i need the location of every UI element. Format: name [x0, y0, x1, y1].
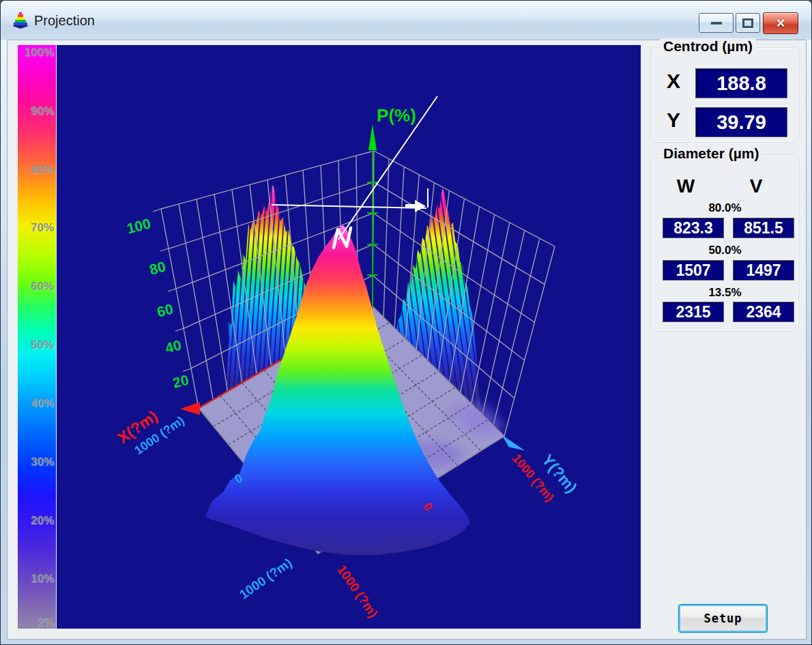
diameter-50-w: 1507	[663, 260, 724, 281]
title-bar[interactable]: Projection ✕	[1, 1, 811, 40]
p-axis-arrow-icon	[368, 124, 377, 150]
colorbar-label: 50%	[18, 339, 54, 352]
colorbar-label: 70%	[18, 221, 54, 235]
centroid-x-label: X	[667, 70, 680, 93]
diameter-level-13: 13.5%	[652, 286, 798, 300]
colorbar-label: 40%	[18, 397, 54, 410]
intensity-colorbar: 100% 90% 80% 70% 60% 50% 40% 30% 20% 10%…	[18, 45, 56, 629]
diameter-w-header: W	[665, 175, 706, 197]
centroid-y-value: 39.79	[695, 107, 787, 137]
y-axis-arrow-icon	[502, 435, 525, 450]
app-window: Projection ✕ 100% 90% 80% 70% 60% 50% 40…	[0, 0, 812, 645]
p-tick-60: 60	[156, 301, 175, 320]
diameter-80-v: 851.5	[733, 218, 794, 238]
colorbar-label: 30%	[18, 455, 54, 469]
projection-3d-plot[interactable]: P(%) 100 80 60 40 20 X(?m) 1000 (?m) 0 1…	[61, 45, 641, 629]
maximize-icon	[742, 18, 753, 28]
centroid-y-label: Y	[667, 109, 680, 132]
diameter-level-50: 50.0%	[652, 244, 798, 257]
app-icon	[12, 12, 29, 29]
diameter-panel: Diameter (µm) W V 80.0% 823.3 851.5 50.0…	[651, 154, 799, 332]
colorbar-label: 2%	[18, 616, 54, 629]
cursor-arrow-icon[interactable]	[405, 200, 426, 212]
setup-button[interactable]: Setup	[678, 604, 768, 633]
colorbar-label: 10%	[18, 572, 54, 586]
p-tick-100: 100	[125, 216, 152, 237]
p-tick-80: 80	[148, 259, 167, 278]
p-tick-20: 20	[171, 372, 190, 391]
x-axis-arrow-icon	[180, 402, 200, 415]
close-icon: ✕	[776, 16, 785, 31]
diameter-level-80: 80.0%	[652, 201, 798, 215]
p-axis-label: P(%)	[377, 105, 416, 126]
close-button[interactable]: ✕	[763, 12, 798, 34]
maximize-button[interactable]	[736, 13, 760, 33]
diameter-panel-title: Diameter (µm)	[660, 145, 762, 162]
diameter-13-w: 2315	[663, 302, 724, 322]
centroid-panel: Centrod (µm) X 188.8 Y 39.79	[651, 47, 799, 143]
centroid-panel-title: Centrod (µm)	[660, 38, 756, 55]
colorbar-label: 100%	[18, 46, 54, 59]
diameter-50-v: 1497	[733, 260, 794, 281]
minimize-icon	[711, 22, 722, 25]
colorbar-label: 80%	[18, 163, 54, 177]
window-title: Projection	[34, 13, 95, 29]
colorbar-label: 60%	[18, 280, 54, 293]
centroid-x-value: 188.8	[695, 68, 787, 98]
diameter-80-w: 823.3	[663, 218, 724, 238]
p-tick-40: 40	[164, 337, 183, 356]
minimize-button[interactable]	[699, 13, 734, 33]
colorbar-label: 20%	[18, 514, 54, 528]
colorbar-label: 90%	[18, 104, 54, 118]
diameter-13-v: 2364	[733, 302, 794, 322]
front-right-scale: 1000 (?m)	[334, 562, 381, 620]
diameter-v-header: V	[736, 175, 777, 197]
front-left-scale: 1000 (?m)	[237, 556, 295, 602]
